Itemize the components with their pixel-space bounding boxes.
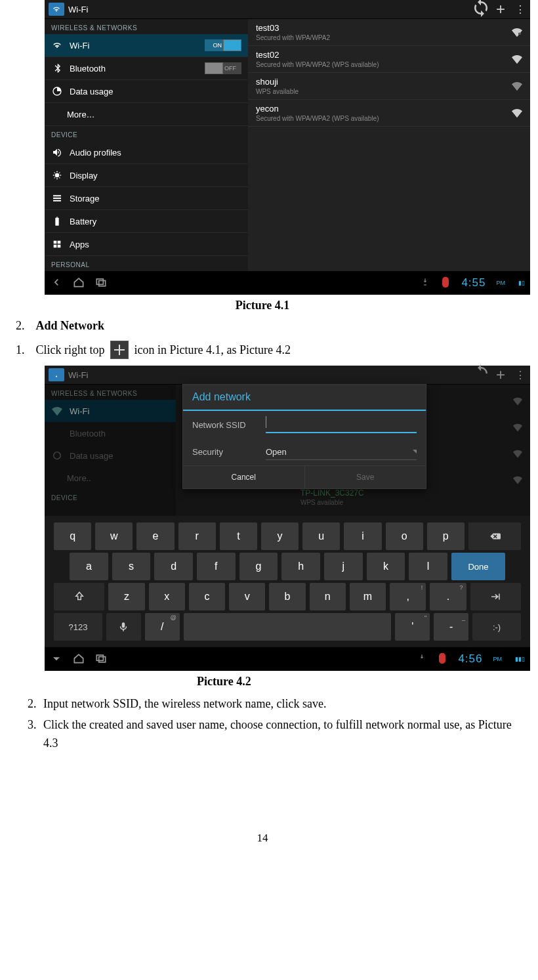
key-t[interactable]: t [220, 522, 257, 550]
sidebar-label: Display [70, 171, 241, 181]
key-v[interactable]: v [229, 583, 265, 610]
home-icon[interactable] [72, 652, 85, 667]
key-symbols[interactable]: ?123 [54, 613, 102, 641]
ssid-input[interactable] [266, 416, 417, 433]
key-apostrophe[interactable]: '" [395, 613, 430, 641]
sidebar-item-wifi[interactable]: Wi-Fi [45, 400, 176, 422]
security-dropdown[interactable]: Open [266, 444, 417, 460]
add-network-icon[interactable]: + [491, 368, 510, 381]
key-r[interactable]: r [178, 522, 216, 550]
clock-time: 4:55 [461, 276, 486, 289]
key-space[interactable] [184, 613, 392, 641]
key-k[interactable]: k [367, 553, 405, 580]
key-s[interactable]: s [112, 553, 151, 580]
sidebar-item-data-usage[interactable]: Data usage [45, 444, 176, 467]
back-icon[interactable] [50, 276, 63, 291]
refresh-icon[interactable] [471, 0, 491, 21]
key-emoji[interactable]: :-) [472, 613, 521, 641]
add-network-icon[interactable]: + [491, 3, 510, 16]
key-period[interactable]: .? [430, 583, 466, 610]
save-button[interactable]: Save [305, 466, 426, 488]
recent-apps-icon[interactable] [94, 276, 108, 291]
key-comma[interactable]: ,! [390, 583, 426, 610]
key-dash[interactable]: -_ [434, 613, 468, 641]
bluetooth-toggle[interactable]: OFF [205, 62, 241, 74]
status-indicators: ▮▮▯ [515, 656, 525, 662]
key-w[interactable]: w [95, 522, 133, 550]
sidebar-item-display[interactable]: Display [45, 164, 248, 187]
key-slash[interactable]: /@ [145, 613, 180, 641]
key-z[interactable]: z [108, 583, 144, 610]
sidebar-item-data-usage[interactable]: Data usage [45, 80, 248, 103]
key-d[interactable]: d [154, 553, 193, 580]
key-q[interactable]: q [54, 522, 91, 550]
figure-caption-1: Picture 4.1 [13, 299, 512, 312]
wifi-toggle[interactable]: ON [205, 39, 241, 51]
clock-ampm: PM [497, 280, 506, 286]
key-done[interactable]: Done [451, 553, 505, 580]
network-ssid: test03 [256, 23, 512, 33]
key-h[interactable]: h [281, 553, 320, 580]
key-backspace[interactable] [468, 522, 521, 550]
sidebar-item-bluetooth[interactable]: Bluetooth OFF [45, 57, 248, 80]
wifi-signal-secure-icon [512, 108, 522, 118]
refresh-icon[interactable] [471, 364, 491, 387]
key-g[interactable]: g [239, 553, 278, 580]
substep-list: Input network SSID, the wireless network… [13, 695, 512, 753]
sidebar-item-storage[interactable]: Storage [45, 187, 248, 210]
sidebar-item-bluetooth[interactable]: Bluetooth [45, 422, 176, 444]
sidebar-item-audio-profiles[interactable]: Audio profiles [45, 141, 248, 164]
screenshot-add-network-dialog: Wi-Fi + ⋮ WIRELESS & NETWORKS Wi-Fi Blue… [45, 366, 530, 671]
screenshot-wifi-settings: Wi-Fi + ⋮ WIRELESS & NETWORKS Wi-Fi ON B… [45, 0, 530, 295]
key-l[interactable]: l [409, 553, 447, 580]
network-ssid: shouji [256, 77, 512, 87]
key-f[interactable]: f [197, 553, 236, 580]
overflow-menu-icon[interactable]: ⋮ [510, 369, 530, 381]
wifi-network-item[interactable]: test03Secured with WPA/WPA2 [248, 19, 530, 46]
recent-apps-icon[interactable] [94, 652, 108, 667]
key-y[interactable]: y [261, 522, 299, 550]
step-number: 1. [16, 343, 33, 357]
status-indicators: ▮▯ [518, 280, 525, 286]
audio-icon [51, 146, 63, 158]
network-security: Secured with WPA/WPA2 (WPS available) [256, 61, 512, 68]
network-security: Secured with WPA/WPA2 (WPS available) [256, 115, 512, 122]
overflow-menu-icon[interactable]: ⋮ [510, 3, 530, 16]
wifi-network-item[interactable]: test02Secured with WPA/WPA2 (WPS availab… [248, 46, 530, 73]
key-a[interactable]: a [70, 553, 108, 580]
key-x[interactable]: x [149, 583, 185, 610]
wifi-signal-secure-icon [512, 27, 522, 37]
network-security: WPS available [300, 499, 343, 506]
hide-keyboard-icon[interactable] [50, 652, 63, 667]
key-m[interactable]: m [350, 583, 386, 610]
svg-point-3 [54, 452, 61, 459]
home-icon[interactable] [72, 276, 85, 291]
ssid-field-label: Network SSID [192, 420, 258, 430]
key-b[interactable]: b [269, 583, 305, 610]
cancel-button[interactable]: Cancel [183, 466, 304, 488]
key-j[interactable]: j [324, 553, 363, 580]
add-network-dialog: Add network Network SSID Security Open C… [182, 384, 426, 489]
sidebar-item-battery[interactable]: Battery [45, 210, 248, 233]
key-shift[interactable] [54, 583, 104, 610]
key-tab[interactable] [470, 583, 521, 610]
key-c[interactable]: c [189, 583, 225, 610]
key-p[interactable]: p [427, 522, 465, 550]
key-voice[interactable] [106, 613, 141, 641]
android-debug-icon [436, 652, 449, 667]
key-i[interactable]: i [344, 522, 381, 550]
wifi-network-item[interactable]: shoujiWPS available [248, 73, 530, 100]
key-o[interactable]: o [386, 522, 423, 550]
section-title: Add Network [36, 319, 105, 332]
wifi-network-item[interactable]: yeconSecured with WPA/WPA2 (WPS availabl… [248, 100, 530, 127]
sidebar-item-more[interactable]: More… [45, 103, 248, 126]
sidebar-label: More.. [51, 473, 169, 483]
sidebar-item-wifi[interactable]: Wi-Fi ON [45, 34, 248, 57]
step-text-post: icon in Picture 4.1, as Picture 4.2 [134, 343, 291, 356]
key-e[interactable]: e [136, 522, 174, 550]
sidebar-item-apps[interactable]: Apps [45, 233, 248, 256]
svg-rect-5 [99, 656, 106, 662]
key-n[interactable]: n [310, 583, 346, 610]
key-u[interactable]: u [302, 522, 340, 550]
sidebar-item-more[interactable]: More.. [45, 467, 176, 489]
